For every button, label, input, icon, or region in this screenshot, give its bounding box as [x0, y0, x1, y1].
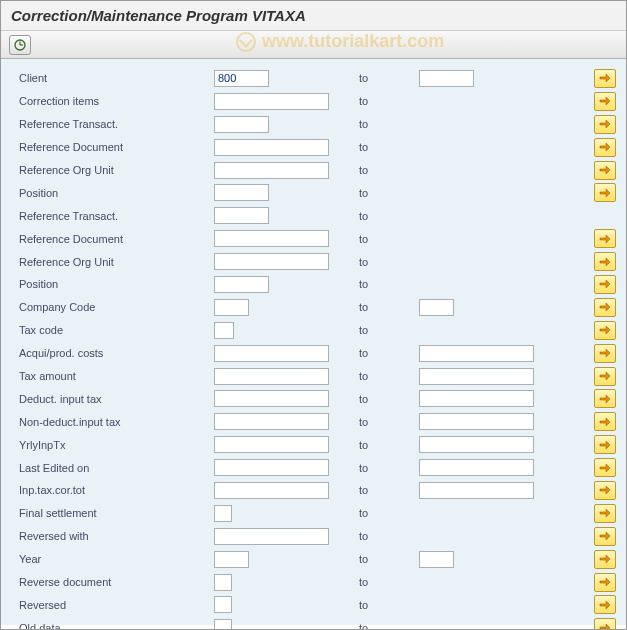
multiple-selection-button[interactable] — [594, 298, 616, 317]
to-input[interactable] — [419, 299, 454, 316]
multiple-selection-button[interactable] — [594, 389, 616, 408]
from-input[interactable] — [214, 436, 329, 453]
to-input[interactable] — [419, 436, 534, 453]
from-cell — [214, 93, 359, 110]
from-input[interactable] — [214, 253, 329, 270]
from-cell — [214, 70, 359, 87]
to-input[interactable] — [419, 551, 454, 568]
to-input[interactable] — [419, 390, 534, 407]
from-cell — [214, 162, 359, 179]
to-label: to — [359, 622, 419, 630]
multiple-selection-button[interactable] — [594, 412, 616, 431]
from-input[interactable] — [214, 528, 329, 545]
to-label: to — [359, 233, 419, 245]
multiple-selection-button[interactable] — [594, 550, 616, 569]
multiple-selection-button[interactable] — [594, 275, 616, 294]
from-input[interactable] — [214, 299, 249, 316]
selection-row: Reference Transact.to — [19, 204, 616, 227]
to-input[interactable] — [419, 368, 534, 385]
to-label: to — [359, 416, 419, 428]
to-input[interactable] — [419, 413, 534, 430]
to-input[interactable] — [419, 482, 534, 499]
multiple-selection-button[interactable] — [594, 229, 616, 248]
from-input[interactable] — [214, 162, 329, 179]
field-label: Reference Transact. — [19, 210, 214, 222]
arrow-right-icon — [599, 508, 611, 518]
to-label: to — [359, 278, 419, 290]
arrow-right-icon — [599, 119, 611, 129]
from-input[interactable] — [214, 70, 269, 87]
field-label: Reference Document — [19, 141, 214, 153]
to-label: to — [359, 256, 419, 268]
from-input[interactable] — [214, 345, 329, 362]
multiple-selection-button[interactable] — [594, 618, 616, 630]
multiple-selection-button[interactable] — [594, 344, 616, 363]
selection-row: Inp.tax.cor.totto — [19, 479, 616, 502]
field-label: Old data — [19, 622, 214, 630]
from-input[interactable] — [214, 230, 329, 247]
multiple-selection-button[interactable] — [594, 92, 616, 111]
execute-button[interactable] — [9, 35, 31, 55]
field-label: Position — [19, 278, 214, 290]
to-label: to — [359, 576, 419, 588]
multiple-selection-button[interactable] — [594, 252, 616, 271]
from-input[interactable] — [214, 596, 232, 613]
field-label: Reverse document — [19, 576, 214, 588]
multiple-selection-button[interactable] — [594, 138, 616, 157]
field-label: Reversed with — [19, 530, 214, 542]
from-input[interactable] — [214, 574, 232, 591]
multiple-selection-button[interactable] — [594, 595, 616, 614]
multiple-selection-button[interactable] — [594, 481, 616, 500]
from-input[interactable] — [214, 390, 329, 407]
multiple-selection-button[interactable] — [594, 435, 616, 454]
multiple-selection-button[interactable] — [594, 321, 616, 340]
from-cell — [214, 299, 359, 316]
multiple-selection-button[interactable] — [594, 573, 616, 592]
to-input[interactable] — [419, 345, 534, 362]
execute-icon — [14, 39, 26, 51]
multiple-selection-button[interactable] — [594, 527, 616, 546]
from-input[interactable] — [214, 459, 329, 476]
arrow-right-icon — [599, 577, 611, 587]
from-input[interactable] — [214, 368, 329, 385]
from-cell — [214, 528, 359, 545]
from-input[interactable] — [214, 93, 329, 110]
from-input[interactable] — [214, 322, 234, 339]
to-cell — [419, 413, 564, 430]
from-input[interactable] — [214, 184, 269, 201]
to-label: to — [359, 347, 419, 359]
from-input[interactable] — [214, 505, 232, 522]
multiple-selection-button[interactable] — [594, 183, 616, 202]
to-label: to — [359, 301, 419, 313]
to-label: to — [359, 95, 419, 107]
multiple-selection-button[interactable] — [594, 367, 616, 386]
arrow-right-icon — [599, 463, 611, 473]
multiple-selection-button[interactable] — [594, 458, 616, 477]
from-input[interactable] — [214, 413, 329, 430]
from-input[interactable] — [214, 551, 249, 568]
from-input[interactable] — [214, 482, 329, 499]
selection-row: Reference Org Unitto — [19, 159, 616, 182]
to-label: to — [359, 439, 419, 451]
to-input[interactable] — [419, 70, 474, 87]
from-input[interactable] — [214, 276, 269, 293]
selection-row: Last Edited onto — [19, 456, 616, 479]
toolbar — [1, 31, 626, 59]
to-label: to — [359, 530, 419, 542]
multiple-selection-button[interactable] — [594, 115, 616, 134]
from-cell — [214, 322, 359, 339]
from-input[interactable] — [214, 207, 269, 224]
multiple-selection-button[interactable] — [594, 69, 616, 88]
arrow-right-icon — [599, 554, 611, 564]
selection-row: Reversedto — [19, 593, 616, 616]
from-input[interactable] — [214, 619, 232, 630]
from-cell — [214, 596, 359, 613]
from-cell — [214, 139, 359, 156]
field-label: Non-deduct.input tax — [19, 416, 214, 428]
field-label: Acqui/prod. costs — [19, 347, 214, 359]
multiple-selection-button[interactable] — [594, 504, 616, 523]
from-input[interactable] — [214, 139, 329, 156]
from-input[interactable] — [214, 116, 269, 133]
to-input[interactable] — [419, 459, 534, 476]
multiple-selection-button[interactable] — [594, 161, 616, 180]
